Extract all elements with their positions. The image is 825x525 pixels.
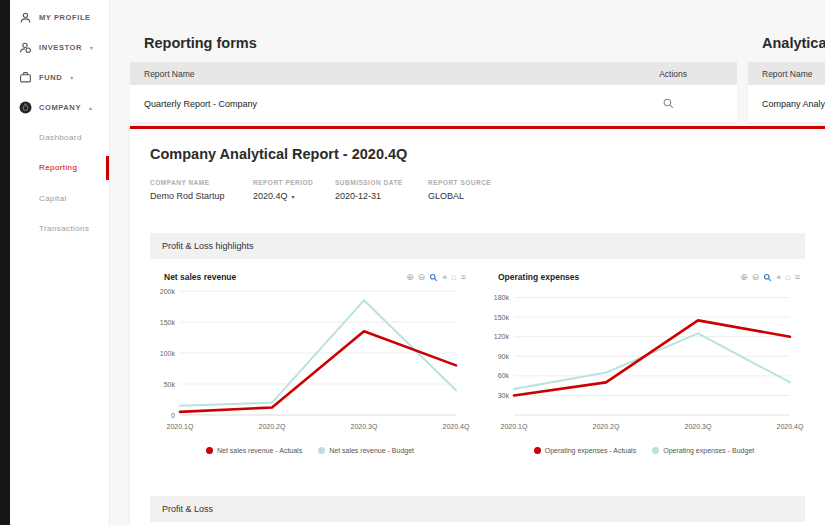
svg-text:200k: 200k	[160, 288, 176, 295]
svg-text:90k: 90k	[498, 353, 510, 360]
table-row[interactable]: Company Analyt	[748, 85, 825, 122]
svg-text:50k: 50k	[164, 381, 176, 388]
legend-dot	[206, 447, 213, 454]
reporting-forms-title: Reporting forms	[144, 35, 737, 51]
svg-text:100k: 100k	[160, 350, 176, 357]
profile-icon	[19, 11, 32, 24]
sidebar-item-label: INVESTOR	[39, 43, 82, 52]
field-value: GLOBAL	[428, 191, 491, 201]
menu-icon[interactable]: ≡	[795, 273, 800, 282]
sidebar-item-label: MY PROFILE	[39, 13, 91, 22]
field-value: Demo Rod Startup	[150, 191, 253, 201]
reporting-forms-panel: Reporting forms Report Name Actions Quar…	[130, 35, 737, 122]
window-edge-strip	[0, 0, 10, 525]
sidebar-subitem-label: Transactions	[39, 224, 89, 233]
column-report-name: Report Name	[762, 69, 813, 79]
svg-text:2020.2Q: 2020.2Q	[259, 423, 286, 431]
sidebar-subitem-label: Reporting	[39, 163, 77, 172]
sidebar-item-investor[interactable]: INVESTOR ▾	[10, 32, 109, 62]
analytical-reports-title: Analytical re	[762, 35, 825, 51]
chevron-down-icon: ▾	[70, 74, 73, 81]
analytical-report-card: Company Analytical Report - 2020.4Q COMP…	[130, 126, 825, 525]
sidebar-item-capital[interactable]: Capital	[10, 183, 109, 214]
sidebar-item-company[interactable]: COMPANY ▴	[10, 92, 109, 122]
chart-operating-expenses: Operating expenses ⊕ ⊖ ⌖ ⌂ ≡ 30k60k90k12…	[484, 271, 804, 456]
zoom-in-icon[interactable]: ⊕	[406, 273, 414, 282]
chart-legend: Operating expenses - Actuals Operating e…	[484, 445, 804, 456]
sidebar-item-dashboard[interactable]: Dashboard	[10, 122, 109, 153]
legend-item-budget[interactable]: Operating expenses - Budget	[652, 447, 754, 454]
chart-net-sales-revenue: Net sales revenue ⊕ ⊖ ⌖ ⌂ ≡ 050k100k150k…	[150, 271, 470, 456]
svg-text:2020.3Q: 2020.3Q	[685, 423, 712, 431]
sidebar-item-transactions[interactable]: Transactions	[10, 214, 109, 245]
legend-item-budget[interactable]: Net sales revenue - Budget	[318, 447, 414, 454]
charts-row: Net sales revenue ⊕ ⊖ ⌖ ⌂ ≡ 050k100k150k…	[150, 271, 805, 456]
svg-text:2020.1Q: 2020.1Q	[167, 423, 194, 431]
legend-item-actuals[interactable]: Operating expenses - Actuals	[534, 447, 636, 454]
sidebar-item-my-profile[interactable]: MY PROFILE	[10, 2, 109, 32]
report-row-name: Quarterly Report - Company	[144, 99, 257, 109]
svg-text:60k: 60k	[498, 372, 510, 379]
chart-title: Operating expenses	[498, 272, 579, 282]
field-label: SUBMISSION DATE	[335, 179, 428, 186]
svg-text:120k: 120k	[494, 333, 510, 340]
sidebar-item-reporting[interactable]: Reporting	[10, 153, 109, 184]
section-profit-loss-highlights: Profit & Loss highlights	[150, 233, 805, 259]
column-actions: Actions	[659, 69, 687, 79]
section-profit-loss: Profit & Loss	[150, 496, 805, 522]
home-icon[interactable]: ⌂	[451, 273, 456, 282]
field-label: COMPANY NAME	[150, 179, 253, 186]
field-value: 2020-12-31	[335, 191, 428, 201]
svg-text:2020.1Q: 2020.1Q	[501, 423, 528, 431]
report-period-select[interactable]: 2020.4Q▾	[253, 191, 335, 201]
legend-dot	[534, 447, 541, 454]
legend-label: Net sales revenue - Actuals	[217, 447, 302, 454]
search-icon[interactable]	[662, 97, 675, 110]
legend-label: Net sales revenue - Budget	[329, 447, 414, 454]
menu-icon[interactable]: ≡	[461, 273, 466, 282]
report-row-name: Company Analyt	[762, 99, 825, 109]
column-report-name: Report Name	[144, 69, 195, 79]
sidebar-item-fund[interactable]: FUND ▾	[10, 62, 109, 92]
sidebar-item-label: COMPANY	[39, 103, 81, 112]
zoom-out-icon[interactable]: ⊖	[752, 273, 760, 282]
reporting-forms-table-header: Report Name Actions	[130, 62, 737, 85]
zoom-search-icon[interactable]	[763, 273, 772, 282]
sidebar-subitem-label: Capital	[39, 194, 67, 203]
pan-icon[interactable]: ⌖	[776, 273, 781, 282]
field-company-name: COMPANY NAME Demo Rod Startup	[150, 179, 253, 207]
legend-dot	[318, 447, 325, 454]
analytical-reports-panel: Analytical re Report Name Company Analyt	[748, 35, 825, 122]
zoom-in-icon[interactable]: ⊕	[740, 273, 748, 282]
chart-title: Net sales revenue	[164, 272, 236, 282]
zoom-out-icon[interactable]: ⊖	[418, 273, 426, 282]
sidebar-item-label: FUND	[39, 73, 62, 82]
pan-icon[interactable]: ⌖	[442, 273, 447, 282]
chevron-up-icon: ▴	[89, 104, 92, 111]
zoom-search-icon[interactable]	[429, 273, 438, 282]
legend-item-actuals[interactable]: Net sales revenue - Actuals	[206, 447, 302, 454]
legend-dot	[652, 447, 659, 454]
line-chart-plot[interactable]: 30k60k90k120k150k180k2020.1Q2020.2Q2020.…	[484, 283, 804, 445]
investor-icon	[19, 41, 32, 54]
svg-text:180k: 180k	[494, 294, 510, 301]
field-label: REPORT SOURCE	[428, 179, 491, 186]
home-icon[interactable]: ⌂	[785, 273, 790, 282]
chart-legend: Net sales revenue - Actuals Net sales re…	[150, 445, 470, 456]
chevron-down-icon: ▾	[292, 194, 295, 200]
table-row[interactable]: Quarterly Report - Company	[130, 85, 737, 122]
chart-header: Operating expenses ⊕ ⊖ ⌖ ⌂ ≡	[484, 271, 804, 283]
fund-icon	[19, 71, 32, 84]
main-content: Reporting forms Report Name Actions Quar…	[110, 0, 825, 525]
chart-header: Net sales revenue ⊕ ⊖ ⌖ ⌂ ≡	[150, 271, 470, 283]
legend-label: Operating expenses - Actuals	[545, 447, 636, 454]
sidebar-subitem-label: Dashboard	[39, 133, 82, 142]
report-title: Company Analytical Report - 2020.4Q	[150, 145, 805, 163]
svg-text:150k: 150k	[494, 314, 510, 321]
svg-text:2020.3Q: 2020.3Q	[351, 423, 378, 431]
chevron-down-icon: ▾	[90, 44, 93, 51]
line-chart-plot[interactable]: 050k100k150k200k2020.1Q2020.2Q2020.3Q202…	[150, 283, 470, 445]
svg-text:0: 0	[171, 412, 175, 419]
legend-label: Operating expenses - Budget	[663, 447, 754, 454]
field-label: REPORT PERIOD	[253, 179, 335, 186]
